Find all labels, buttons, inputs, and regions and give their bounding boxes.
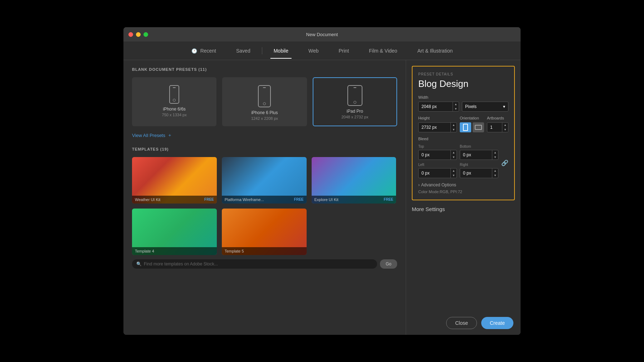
tab-separator	[262, 47, 262, 54]
bleed-label: Bleed	[418, 137, 508, 141]
phone-lg-icon	[258, 85, 271, 107]
minimize-window-btn[interactable]	[136, 32, 141, 37]
search-placeholder: Find more templates on Adobe Stock...	[144, 261, 218, 266]
width-row: 2048 px ▲ ▼ Pixels ▾	[418, 102, 508, 112]
templates-title: TEMPLATES (19)	[132, 147, 397, 151]
left-spinner[interactable]: ▲ ▼	[450, 168, 457, 178]
preset-iphone6[interactable]: iPhone 6/6s 750 x 1334 px	[132, 77, 216, 126]
template-card-0[interactable]: Weather UI Kit FREE	[132, 157, 217, 204]
go-button[interactable]: Go	[380, 259, 397, 269]
search-icon: 🔍	[136, 261, 142, 266]
color-mode-text: Color Mode:RGB, PPI:72	[418, 190, 508, 194]
close-button[interactable]: Close	[446, 317, 477, 329]
advanced-options-toggle[interactable]: › Advanced Options	[418, 182, 508, 187]
tab-saved[interactable]: Saved	[226, 43, 260, 59]
right-down[interactable]: ▼	[492, 173, 498, 178]
top-label: Top	[418, 145, 457, 148]
link-bleed-icon[interactable]: 🔗	[501, 160, 508, 166]
height-down[interactable]: ▼	[451, 127, 457, 132]
bleed-right-input[interactable]: 0 px ▲ ▼	[460, 168, 498, 178]
preset-iphone6plus[interactable]: iPhone 6 Plus 1242 x 2208 px	[222, 77, 307, 126]
tab-web[interactable]: Web	[298, 43, 329, 59]
unit-select[interactable]: Pixels ▾	[462, 102, 508, 112]
bleed-bottom-input[interactable]: 0 px ▲ ▼	[460, 150, 498, 160]
artboards-label: Artboards	[487, 116, 508, 120]
chevron-down-icon: ▾	[503, 104, 505, 109]
presets-grid: iPhone 6/6s 750 x 1334 px iPhone 6 Plus …	[132, 77, 397, 126]
right-panel: PRESET DETAILS Blog Design Width 2048 px…	[406, 60, 521, 335]
artboards-down[interactable]: ▼	[502, 127, 508, 132]
bleed-left-input[interactable]: 0 px ▲ ▼	[418, 168, 457, 178]
bleed-grid: Top 0 px ▲ ▼	[418, 145, 498, 178]
width-down[interactable]: ▼	[453, 107, 459, 111]
tab-film[interactable]: Film & Video	[359, 43, 407, 59]
artboards-up[interactable]: ▲	[502, 123, 508, 127]
free-badge-0: FREE	[204, 197, 214, 202]
bleed-top-input[interactable]: 0 px ▲ ▼	[418, 150, 457, 160]
top-spinner[interactable]: ▲ ▼	[450, 150, 457, 160]
window-controls	[128, 32, 148, 37]
free-badge-2: FREE	[384, 197, 394, 202]
template-card-4[interactable]: Template 5	[222, 209, 307, 255]
height-label: Height	[418, 116, 457, 120]
tab-art[interactable]: Art & Illustration	[407, 43, 463, 59]
landscape-btn[interactable]	[473, 122, 484, 132]
create-button[interactable]: Create	[481, 317, 513, 329]
close-window-btn[interactable]	[128, 32, 133, 37]
bottom-up[interactable]: ▲	[492, 150, 498, 155]
left-up[interactable]: ▲	[451, 168, 457, 173]
preset-details-box: PRESET DETAILS Blog Design Width 2048 px…	[412, 66, 515, 200]
preset-details-label: PRESET DETAILS	[418, 72, 508, 76]
maximize-window-btn[interactable]	[143, 32, 148, 37]
template-card-2[interactable]: Explore UI Kit FREE	[312, 157, 396, 204]
bleed-top-group: Top 0 px ▲ ▼	[418, 145, 457, 160]
width-input[interactable]: 2048 px ▲ ▼	[418, 102, 459, 112]
title-bar: New Document	[123, 27, 521, 41]
tab-recent[interactable]: 🕐 Recent	[181, 43, 226, 59]
portrait-btn[interactable]	[460, 122, 471, 132]
artboards-spinner[interactable]: ▲ ▼	[502, 123, 508, 132]
right-spinner[interactable]: ▲ ▼	[492, 168, 498, 178]
document-name: Blog Design	[418, 78, 508, 89]
left-label: Left	[418, 163, 457, 167]
height-input[interactable]: 2732 px ▲ ▼	[418, 122, 457, 132]
top-down[interactable]: ▼	[451, 155, 457, 160]
bleed-bottom-group: Bottom 0 px ▲ ▼	[460, 145, 498, 160]
width-up[interactable]: ▲	[453, 102, 459, 107]
height-spinner[interactable]: ▲ ▼	[450, 123, 457, 132]
tab-print[interactable]: Print	[329, 43, 359, 59]
plus-icon: ＋	[167, 132, 172, 138]
search-input-wrap[interactable]: 🔍 Find more templates on Adobe Stock...	[132, 259, 377, 269]
template-label-4: Template 5	[222, 247, 307, 255]
width-spinner[interactable]: ▲ ▼	[453, 102, 459, 111]
bottom-down[interactable]: ▼	[492, 155, 498, 160]
template-card-1[interactable]: Platforma Wireframe... FREE	[222, 157, 307, 204]
left-panel: BLANK DOCUMENT PRESETS (11) iPhone 6/6s …	[123, 60, 406, 335]
main-content: BLANK DOCUMENT PRESETS (11) iPhone 6/6s …	[123, 60, 521, 335]
template-label-1: Platforma Wireframe... FREE	[222, 196, 307, 204]
right-label: Right	[460, 163, 498, 167]
preset-ipadpro[interactable]: iPad Pro 2048 x 2732 px	[313, 77, 397, 126]
free-badge-1: FREE	[294, 197, 304, 202]
template-card-3[interactable]: Template 4	[132, 209, 217, 255]
top-up[interactable]: ▲	[451, 150, 457, 155]
bottom-label: Bottom	[460, 145, 498, 148]
blank-presets-title: BLANK DOCUMENT PRESETS (11)	[132, 67, 397, 72]
artboards-input[interactable]: 1 ▲ ▼	[487, 122, 508, 132]
bleed-section: Bleed Top 0 px ▲ ▼	[418, 137, 508, 181]
orientation-btns	[460, 122, 484, 132]
templates-grid: Weather UI Kit FREE Platforma Wireframe.…	[132, 157, 397, 255]
height-up[interactable]: ▲	[451, 123, 457, 127]
more-settings[interactable]: More Settings	[406, 200, 521, 218]
tablet-icon	[347, 85, 362, 106]
right-up[interactable]: ▲	[492, 168, 498, 173]
bottom-bar: Close Create	[406, 311, 521, 335]
view-all-presets-btn[interactable]: View All Presets ＋	[132, 132, 397, 138]
dialog-title: New Document	[306, 32, 338, 37]
tab-mobile[interactable]: Mobile	[264, 43, 298, 59]
left-down[interactable]: ▼	[451, 173, 457, 178]
bleed-left-group: Left 0 px ▲ ▼	[418, 163, 457, 178]
bottom-spinner[interactable]: ▲ ▼	[492, 150, 498, 160]
new-document-dialog: New Document 🕐 Recent Saved Mobile Web P…	[123, 27, 521, 335]
bleed-right-group: Right 0 px ▲ ▼	[460, 163, 498, 178]
